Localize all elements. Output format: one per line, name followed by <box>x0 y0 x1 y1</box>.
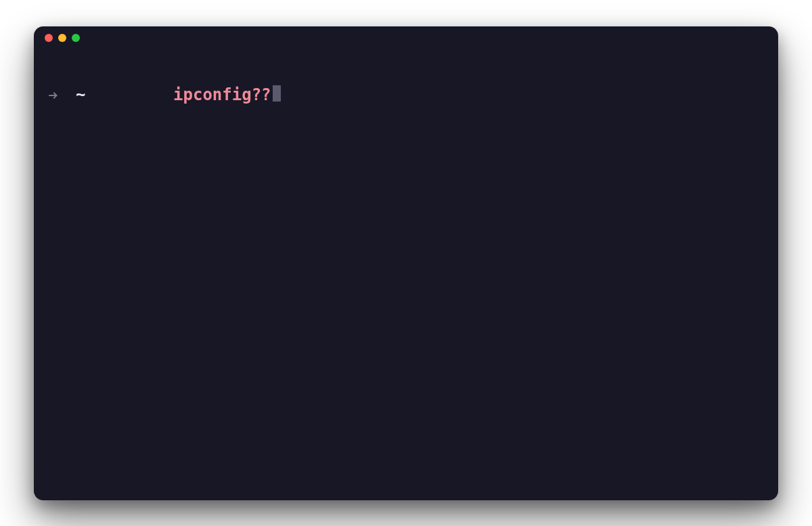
prompt-command: ipconfig?? <box>173 85 271 104</box>
titlebar <box>34 26 778 49</box>
arrow-right-icon <box>47 89 60 102</box>
prompt-cwd: ~ <box>76 84 85 107</box>
terminal-window: ~ ipconfig?? <box>34 26 778 500</box>
terminal-body[interactable]: ~ ipconfig?? <box>34 49 778 500</box>
minimize-icon[interactable] <box>58 34 66 42</box>
cursor-icon <box>273 85 281 102</box>
close-icon[interactable] <box>45 34 53 42</box>
maximize-icon[interactable] <box>72 34 80 42</box>
prompt-line: ~ ipconfig?? <box>47 62 765 130</box>
